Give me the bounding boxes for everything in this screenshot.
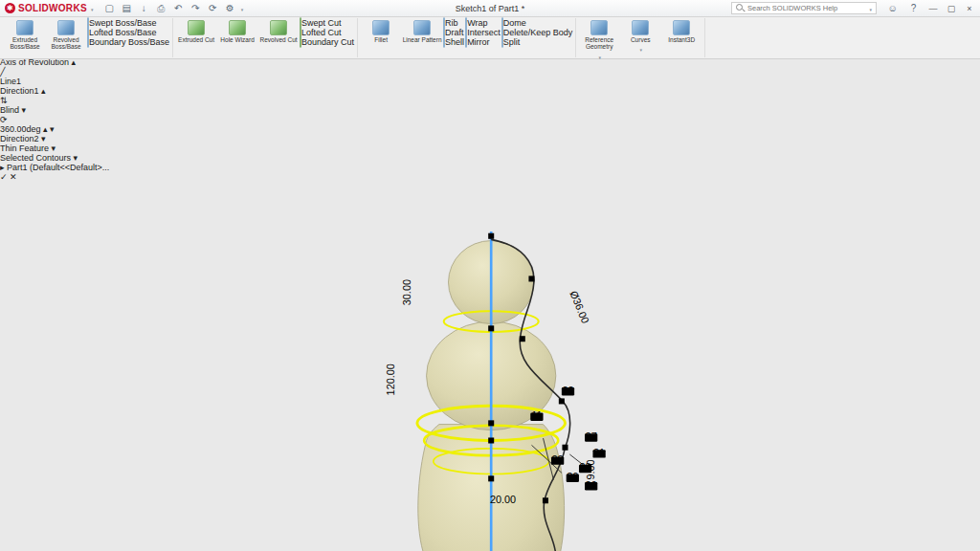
- draft-button[interactable]: Draft: [443, 28, 464, 37]
- lofted-cut-button[interactable]: Lofted Cut: [300, 28, 354, 37]
- direction1-section-header[interactable]: Direction1 ▴: [0, 86, 980, 96]
- model-canvas[interactable]: 30.00 120.00 Ø36.00 9.00 20.00: [0, 182, 980, 551]
- flyout-tree-label[interactable]: Part1 (Default<<Default>...: [7, 163, 109, 172]
- direction2-group-header[interactable]: Direction2 ▾: [0, 134, 980, 143]
- sketch-relation-tag[interactable]: 22: [562, 385, 574, 396]
- sketch-point-marker[interactable]: [488, 475, 494, 481]
- revolved-cut-button[interactable]: Revolved Cut: [258, 18, 299, 57]
- sketch-point-marker[interactable]: [488, 420, 494, 426]
- fillet-button[interactable]: Fillet: [361, 18, 401, 57]
- print-icon[interactable]: ⎙: [154, 2, 168, 15]
- axis-selected-item[interactable]: Line1: [0, 77, 21, 86]
- confirm-cancel-icon[interactable]: ✕: [10, 172, 17, 182]
- chevron-down-icon: ▾: [22, 105, 27, 115]
- end-condition-dropdown[interactable]: Blind ▾: [0, 105, 980, 115]
- split-button[interactable]: Split: [501, 37, 573, 47]
- sketch-relation-tag[interactable]: 20: [551, 453, 564, 465]
- sketch-point-marker[interactable]: [559, 398, 565, 404]
- help-search-input[interactable]: [747, 4, 865, 12]
- sketch-relation-tag[interactable]: 29: [585, 479, 597, 491]
- confirmation-corner: ✓ ✕: [0, 172, 980, 182]
- boss-base-group: Extruded Boss/Base Revolved Boss/Base Sw…: [2, 18, 173, 57]
- axis-line-icon: ╱: [0, 67, 5, 77]
- swept-cut-button[interactable]: Swept Cut: [300, 18, 354, 28]
- expand-arrow-icon[interactable]: ▸: [0, 163, 5, 172]
- maximize-button[interactable]: ▢: [946, 4, 957, 13]
- boundary-cut-button[interactable]: Boundary Cut: [300, 37, 354, 47]
- rib-button[interactable]: Rib: [443, 18, 464, 28]
- graphics-viewport[interactable]: ▸ Part1 (Default<<Default>... ✓ ✕: [0, 163, 980, 551]
- dropdown-caret-icon: [90, 3, 94, 13]
- linear-pattern-icon: [413, 20, 431, 35]
- sketch-relation-tag[interactable]: 26: [567, 471, 579, 482]
- sketch-point-marker[interactable]: [488, 437, 494, 443]
- dropdown-caret-icon: [597, 52, 601, 61]
- sketch-point-marker[interactable]: [528, 276, 534, 281]
- new-document-icon[interactable]: ▢: [102, 2, 117, 15]
- sketch-point-marker[interactable]: [543, 497, 548, 503]
- angle-input[interactable]: 360.00deg ▴ ▾: [0, 124, 980, 134]
- mirror-button[interactable]: Mirror: [465, 37, 501, 47]
- login-user-icon[interactable]: ☺: [885, 2, 900, 15]
- swept-boss-base-button[interactable]: Swept Boss/Base: [87, 18, 169, 28]
- intersect-button[interactable]: Intersect: [465, 28, 501, 37]
- sketch-relation-tag[interactable]: 23: [579, 461, 591, 473]
- revolve-direction-icon[interactable]: ⇅: [0, 96, 8, 105]
- sketch-point-marker[interactable]: [562, 445, 568, 451]
- linear-pattern-button[interactable]: Linear Pattern: [402, 18, 442, 57]
- close-button[interactable]: ×: [964, 4, 975, 13]
- search-dropdown-caret-icon[interactable]: [868, 4, 872, 13]
- svg-text:22: 22: [562, 385, 573, 396]
- options-gear-icon[interactable]: ⚙: [223, 2, 237, 15]
- revolved-cut-icon: [270, 20, 287, 35]
- confirm-ok-icon[interactable]: ✓: [0, 172, 8, 182]
- selected-contours-section-header[interactable]: Selected Contours ▾: [0, 153, 980, 163]
- minimize-button[interactable]: —: [927, 4, 939, 13]
- chevron-down-icon: ▾: [74, 153, 78, 163]
- angle-spinner[interactable]: ▴ ▾: [43, 124, 55, 134]
- sketch-relation-tag[interactable]: 21: [592, 447, 605, 458]
- wrap-button[interactable]: Wrap: [465, 18, 501, 28]
- reference-geometry-button[interactable]: Reference Geometry: [579, 18, 619, 57]
- extruded-cut-button[interactable]: Extruded Cut: [176, 18, 216, 57]
- boundary-boss-base-button[interactable]: Boundary Boss/Base: [87, 37, 169, 47]
- help-search-box[interactable]: [731, 2, 877, 14]
- reference-group: Reference Geometry Curves Instant3D: [576, 18, 705, 57]
- instant3d-icon: [673, 20, 690, 35]
- save-icon[interactable]: ↓: [137, 2, 151, 15]
- help-icon[interactable]: ?: [906, 2, 921, 15]
- hole-wizard-button[interactable]: Hole Wizard: [217, 18, 257, 57]
- undo-icon[interactable]: ↶: [171, 2, 186, 15]
- extruded-boss-icon: [16, 20, 33, 35]
- sketch-point-marker[interactable]: [520, 336, 525, 342]
- angle-value[interactable]: 360.00deg: [0, 124, 41, 134]
- extruded-boss-base-button[interactable]: Extruded Boss/Base: [5, 18, 45, 57]
- revolved-boss-base-button[interactable]: Revolved Boss/Base: [46, 18, 86, 57]
- open-document-icon[interactable]: ▤: [120, 2, 134, 15]
- rebuild-icon[interactable]: ⟳: [206, 2, 220, 15]
- section-label: Selected Contours: [0, 153, 71, 163]
- delete-keep-body-button[interactable]: Delete/Keep Body: [501, 28, 573, 37]
- curves-button[interactable]: Curves: [620, 18, 660, 57]
- axis-selection-box[interactable]: Line1: [0, 77, 980, 86]
- revolved-boss-icon: [57, 20, 75, 35]
- flyout-feature-tree[interactable]: ▸ Part1 (Default<<Default>...: [0, 163, 980, 172]
- sketch-point-marker[interactable]: [488, 233, 494, 239]
- sketch-point-marker[interactable]: [488, 325, 494, 331]
- lofted-boss-base-button[interactable]: Lofted Boss/Base: [87, 28, 169, 37]
- reference-geometry-icon: [590, 20, 608, 35]
- sketch-relation-tag[interactable]: 27: [585, 430, 597, 442]
- document-title: Sketch1 of Part1 *: [456, 4, 525, 13]
- extruded-cut-icon: [188, 20, 205, 35]
- sketch-relation-tag[interactable]: 11: [530, 409, 543, 421]
- svg-text:20: 20: [552, 453, 564, 465]
- spin-down-icon[interactable]: ▾: [50, 124, 55, 134]
- svg-text:30.00: 30.00: [401, 279, 412, 305]
- spin-up-icon[interactable]: ▴: [43, 124, 48, 134]
- instant3d-button[interactable]: Instant3D: [661, 18, 702, 57]
- dome-button[interactable]: Dome: [501, 18, 573, 28]
- redo-icon[interactable]: ↷: [189, 2, 203, 15]
- fillet-icon: [372, 20, 390, 35]
- thin-feature-group-header[interactable]: Thin Feature ▾: [0, 143, 980, 153]
- shell-button[interactable]: Shell: [443, 37, 464, 47]
